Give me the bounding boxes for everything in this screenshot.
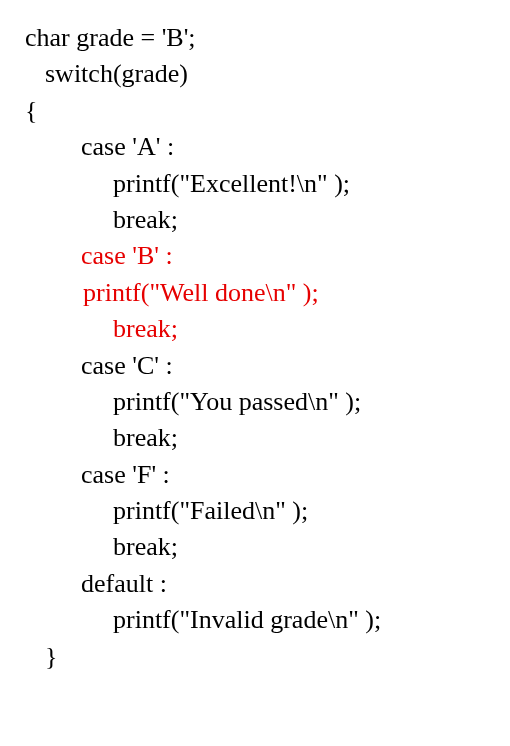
code-line-4: case 'A' : [25,129,490,165]
code-line-6: break; [25,202,490,238]
code-line-18: } [25,639,490,675]
code-block: char grade = 'B'; switch(grade) { case '… [25,20,490,675]
code-line-3: { [25,93,490,129]
code-line-8-highlighted: printf("Well done\n" ); [25,275,490,311]
code-line-17: printf("Invalid grade\n" ); [25,602,490,638]
code-line-9-highlighted: break; [25,311,490,347]
code-line-2: switch(grade) [25,56,490,92]
code-line-14: printf("Failed\n" ); [25,493,490,529]
code-line-13: case 'F' : [25,457,490,493]
code-line-11: printf("You passed\n" ); [25,384,490,420]
code-line-16: default : [25,566,490,602]
code-line-15: break; [25,529,490,565]
code-line-12: break; [25,420,490,456]
code-line-5: printf("Excellent!\n" ); [25,166,490,202]
code-line-7-highlighted: case 'B' : [25,238,490,274]
code-line-1: char grade = 'B'; [25,20,490,56]
code-line-10: case 'C' : [25,348,490,384]
